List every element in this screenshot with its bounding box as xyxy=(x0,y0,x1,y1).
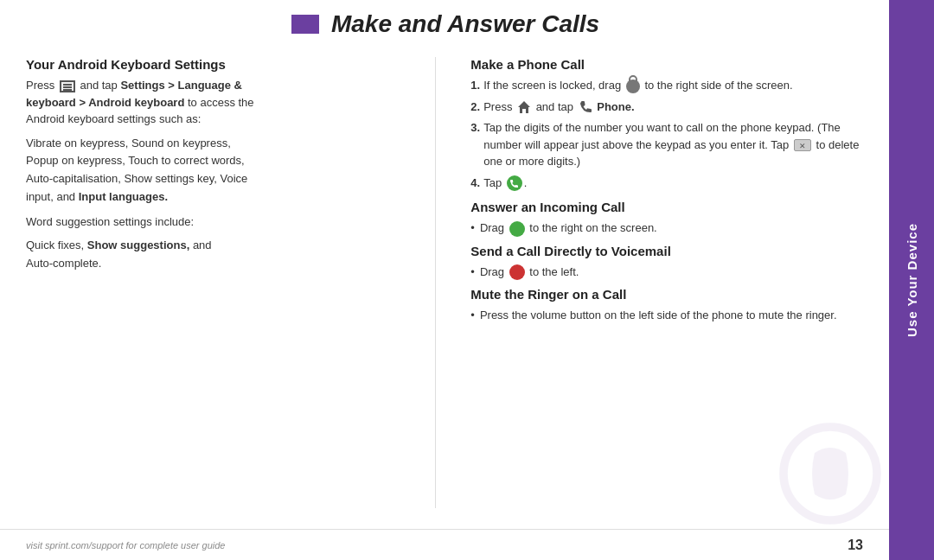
header-icon xyxy=(291,15,319,34)
step-2: 2. Press and tap Phone. xyxy=(470,99,873,116)
tap-phone-icon xyxy=(507,175,522,191)
menu-icon xyxy=(60,80,75,92)
step-3: 3. Tap the digits of the number you want… xyxy=(470,119,873,170)
sidebar-bar: Use Your Device xyxy=(889,0,934,560)
phone-small-icon xyxy=(579,100,592,114)
svg-point-2 xyxy=(507,175,522,191)
section-make-call-title: Make a Phone Call xyxy=(470,57,873,72)
left-para2: Vibrate on keypress, Sound on keypress, … xyxy=(26,135,392,207)
answer-call-bullets: • Drag to the right on the screen. xyxy=(470,220,873,237)
left-section-title: Your Android Keyboard Settings xyxy=(26,57,392,72)
main-content: Your Android Keyboard Settings Press and… xyxy=(0,48,934,517)
right-column: Make a Phone Call 1. If the screen is lo… xyxy=(466,57,873,508)
phone-green-icon xyxy=(509,221,525,237)
mute-bullet-1: • Press the volume button on the left si… xyxy=(470,307,873,324)
answer-bullet-1: • Drag to the right on the screen. xyxy=(470,220,873,237)
step-4: 4. Tap . xyxy=(470,175,873,192)
section-mute-title: Mute the Ringer on a Call xyxy=(470,287,873,302)
page-footer: visit sprint.com/support for complete us… xyxy=(0,529,889,560)
column-divider xyxy=(435,57,436,508)
svg-marker-1 xyxy=(518,101,530,113)
left-para1: Press and tap Settings > Language & keyb… xyxy=(26,77,392,128)
page-header: Make and Answer Calls xyxy=(0,0,934,48)
section-answer-call-title: Answer an Incoming Call xyxy=(470,200,873,214)
lock-icon xyxy=(626,80,640,93)
voicemail-bullets: • Drag to the left. xyxy=(470,264,873,281)
left-column: Your Android Keyboard Settings Press and… xyxy=(26,57,405,508)
delete-icon: ✕ xyxy=(794,139,811,151)
left-para4: Quick fixes, Show suggestions, and Auto-… xyxy=(26,237,392,273)
step-1: 1. If the screen is locked, drag to the … xyxy=(470,77,873,94)
section-voicemail-title: Send a Call Directly to Voicemail xyxy=(470,244,873,258)
page-number: 13 xyxy=(848,538,863,553)
mute-bullets: • Press the volume button on the left si… xyxy=(470,307,873,324)
home-icon xyxy=(517,100,531,114)
voicemail-bullet-1: • Drag to the left. xyxy=(470,264,873,281)
page-title: Make and Answer Calls xyxy=(331,10,599,38)
phone-red-icon xyxy=(509,264,525,280)
left-para3: Word suggestion settings include: xyxy=(26,213,392,231)
footer-text: visit sprint.com/support for complete us… xyxy=(26,540,226,550)
make-call-steps: 1. If the screen is locked, drag to the … xyxy=(470,77,873,191)
sidebar-label: Use Your Device xyxy=(905,223,919,337)
